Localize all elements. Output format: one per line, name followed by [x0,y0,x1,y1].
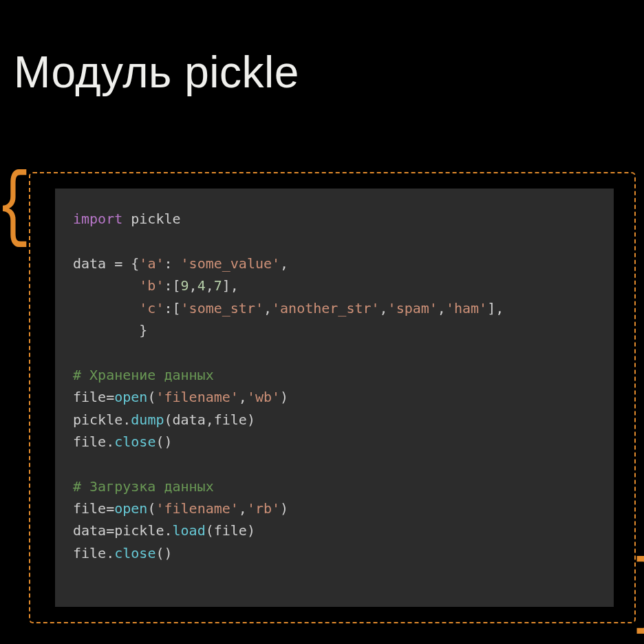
comment-store: # Хранение данных [73,367,214,383]
str-b: 'b' [139,277,164,294]
punc: , [264,300,272,316]
punc: { [122,255,139,272]
punc: ], [487,300,504,316]
fn-open: open [114,389,147,405]
kw-import: import [73,211,122,227]
punc: , [206,277,214,294]
punc: (file) [206,522,255,539]
fn-open: open [114,500,147,517]
indent [73,300,139,316]
id-file: file. [73,545,114,561]
str-some-str: 'some_str' [181,300,264,316]
op-eq: = [106,522,114,539]
slide-title: Модуль pickle [14,47,299,98]
punc: :[ [164,300,180,316]
id-pickle: pickle. [114,522,172,539]
str-rb: 'rb' [247,500,280,517]
punc: , [239,389,247,405]
num-4: 4 [197,277,206,294]
code-block: import pickle data = {'a': 'some_value',… [55,189,614,607]
str-c: 'c' [139,300,164,316]
punc: () [155,433,172,450]
brace-right-icon: } [632,553,644,636]
str-ham: 'ham' [446,300,487,316]
punc: ) [280,389,288,405]
str-some-value: 'some_value' [181,255,281,272]
punc: : [164,255,180,272]
str-another-str: 'another_str' [272,300,380,316]
punc: ], [222,277,239,294]
brace-left-icon: { [0,167,31,249]
id-file: file. [73,433,114,450]
indent [73,277,139,294]
punc-close: } [73,322,147,339]
str-filename: 'filename' [155,500,238,517]
punc: , [239,500,247,517]
fn-load: load [173,522,206,539]
punc: ( [147,500,155,517]
id-data: data [73,255,114,272]
id-pickle: pickle. [73,411,131,428]
fn-close: close [114,545,155,561]
comment-load: # Загрузка данных [73,478,214,495]
punc: ) [280,500,288,517]
str-wb: 'wb' [247,389,280,405]
id-file: file [73,389,106,405]
punc: (data,file) [164,411,255,428]
id-data: data [73,522,106,539]
punc: ( [147,389,155,405]
num-9: 9 [181,277,189,294]
str-filename: 'filename' [155,389,238,405]
punc: , [189,277,197,294]
num-7: 7 [214,277,222,294]
fn-dump: dump [131,411,164,428]
op-eq: = [106,389,114,405]
code-frame-wrapper: { } import pickle data = {'a': 'some_val… [29,172,636,623]
id-pickle: pickle [122,211,180,227]
op-eq: = [106,500,114,517]
str-spam: 'spam' [388,300,438,316]
str-a: 'a' [139,255,164,272]
punc: , [280,255,288,272]
punc: , [438,300,446,316]
id-file: file [73,500,106,517]
op-eq: = [114,255,122,272]
fn-close: close [114,433,155,450]
punc: :[ [164,277,180,294]
punc: , [380,300,388,316]
punc: () [155,545,172,561]
